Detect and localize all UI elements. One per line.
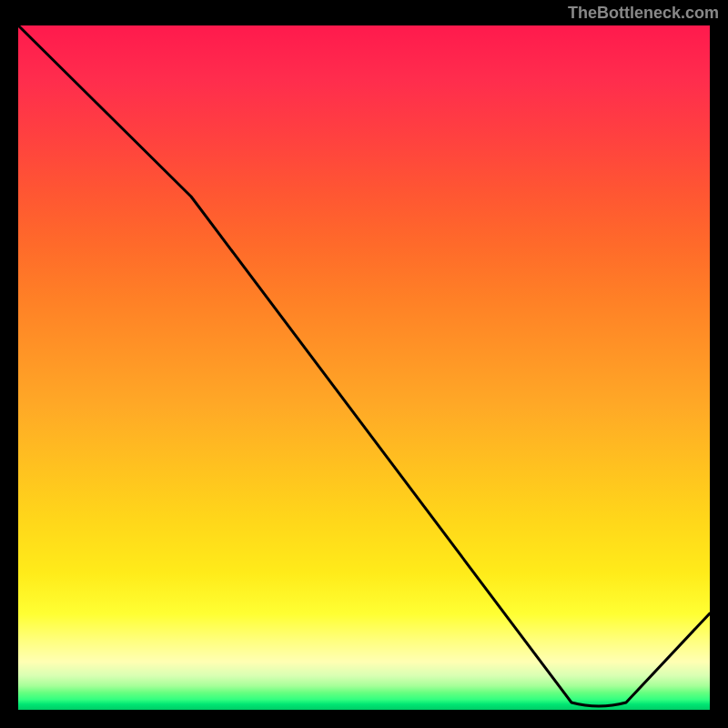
chart-container xyxy=(18,25,710,710)
bottleneck-curve-path xyxy=(18,25,710,706)
line-chart-svg xyxy=(18,25,710,710)
plot-area xyxy=(18,25,710,710)
watermark-text: TheBottleneck.com xyxy=(568,4,719,23)
